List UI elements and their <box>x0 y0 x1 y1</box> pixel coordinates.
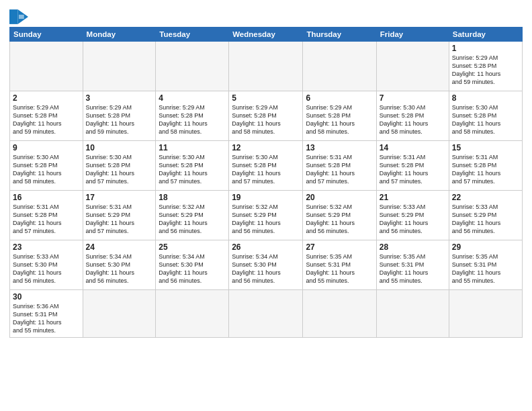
page: SundayMondayTuesdayWednesdayThursdayFrid… <box>0 0 532 411</box>
logo <box>9 9 31 24</box>
day-number: 12 <box>232 143 300 152</box>
day-number: 24 <box>86 242 153 252</box>
day-info: Sunrise: 5:35 AM Sunset: 5:31 PM Dayligh… <box>452 253 519 285</box>
header <box>9 7 523 24</box>
calendar-cell <box>156 42 229 91</box>
calendar-cell <box>83 42 156 91</box>
calendar-table: SundayMondayTuesdayWednesdayThursdayFrid… <box>9 27 523 338</box>
calendar-cell: 10Sunrise: 5:30 AM Sunset: 5:28 PM Dayli… <box>83 141 156 191</box>
day-number: 15 <box>452 143 519 152</box>
day-number: 30 <box>13 292 80 302</box>
calendar-cell: 25Sunrise: 5:34 AM Sunset: 5:30 PM Dayli… <box>156 240 229 290</box>
calendar-header-wednesday: Wednesday <box>229 28 303 42</box>
calendar-cell: 29Sunrise: 5:35 AM Sunset: 5:31 PM Dayli… <box>449 240 522 290</box>
calendar-cell: 22Sunrise: 5:33 AM Sunset: 5:29 PM Dayli… <box>449 191 522 240</box>
day-number: 19 <box>232 193 300 202</box>
day-number: 21 <box>380 193 446 202</box>
day-info: Sunrise: 5:32 AM Sunset: 5:29 PM Dayligh… <box>306 203 373 236</box>
calendar-cell: 11Sunrise: 5:30 AM Sunset: 5:28 PM Dayli… <box>156 141 229 191</box>
calendar-cell: 24Sunrise: 5:34 AM Sunset: 5:30 PM Dayli… <box>83 240 156 290</box>
day-info: Sunrise: 5:33 AM Sunset: 5:29 PM Dayligh… <box>380 203 446 236</box>
day-info: Sunrise: 5:31 AM Sunset: 5:28 PM Dayligh… <box>13 203 80 236</box>
day-info: Sunrise: 5:32 AM Sunset: 5:29 PM Dayligh… <box>159 203 226 236</box>
day-number: 20 <box>306 193 373 202</box>
day-number: 5 <box>232 93 300 103</box>
day-number: 16 <box>13 193 80 202</box>
day-info: Sunrise: 5:34 AM Sunset: 5:30 PM Dayligh… <box>86 253 153 285</box>
day-number: 26 <box>232 242 300 252</box>
day-number: 8 <box>452 93 519 103</box>
day-number: 28 <box>380 242 446 252</box>
day-number: 29 <box>452 242 519 252</box>
day-info: Sunrise: 5:29 AM Sunset: 5:28 PM Dayligh… <box>452 54 519 87</box>
calendar-cell: 3Sunrise: 5:29 AM Sunset: 5:28 PM Daylig… <box>83 91 156 141</box>
calendar-week-5: 23Sunrise: 5:33 AM Sunset: 5:30 PM Dayli… <box>10 240 523 290</box>
day-number: 25 <box>159 242 226 252</box>
calendar-week-4: 16Sunrise: 5:31 AM Sunset: 5:28 PM Dayli… <box>10 191 523 240</box>
day-info: Sunrise: 5:29 AM Sunset: 5:28 PM Dayligh… <box>306 103 373 136</box>
calendar-cell: 13Sunrise: 5:31 AM Sunset: 5:28 PM Dayli… <box>303 141 376 191</box>
calendar-cell: 17Sunrise: 5:31 AM Sunset: 5:29 PM Dayli… <box>83 191 156 240</box>
day-number: 7 <box>380 93 446 103</box>
calendar-week-3: 9Sunrise: 5:30 AM Sunset: 5:28 PM Daylig… <box>10 141 523 191</box>
calendar-cell: 5Sunrise: 5:29 AM Sunset: 5:28 PM Daylig… <box>229 91 303 141</box>
day-info: Sunrise: 5:32 AM Sunset: 5:29 PM Dayligh… <box>232 203 300 236</box>
day-number: 6 <box>306 93 373 103</box>
calendar-cell: 4Sunrise: 5:29 AM Sunset: 5:28 PM Daylig… <box>156 91 229 141</box>
calendar-cell <box>10 42 83 91</box>
calendar-cell: 8Sunrise: 5:30 AM Sunset: 5:28 PM Daylig… <box>449 91 522 141</box>
day-number: 13 <box>306 143 373 152</box>
calendar-header-thursday: Thursday <box>303 28 376 42</box>
calendar-cell: 12Sunrise: 5:30 AM Sunset: 5:28 PM Dayli… <box>229 141 303 191</box>
day-info: Sunrise: 5:35 AM Sunset: 5:31 PM Dayligh… <box>380 253 446 285</box>
day-info: Sunrise: 5:31 AM Sunset: 5:29 PM Dayligh… <box>86 203 153 236</box>
day-number: 18 <box>159 193 226 202</box>
calendar-cell: 28Sunrise: 5:35 AM Sunset: 5:31 PM Dayli… <box>376 240 449 290</box>
calendar-header-row: SundayMondayTuesdayWednesdayThursdayFrid… <box>10 28 523 42</box>
calendar-cell: 9Sunrise: 5:30 AM Sunset: 5:28 PM Daylig… <box>10 141 83 191</box>
calendar-cell: 23Sunrise: 5:33 AM Sunset: 5:30 PM Dayli… <box>10 240 83 290</box>
calendar-cell: 16Sunrise: 5:31 AM Sunset: 5:28 PM Dayli… <box>10 191 83 240</box>
calendar-header-saturday: Saturday <box>449 28 522 42</box>
calendar-cell: 15Sunrise: 5:31 AM Sunset: 5:28 PM Dayli… <box>449 141 522 191</box>
day-number: 11 <box>159 143 226 152</box>
day-number: 4 <box>159 93 226 103</box>
calendar-cell <box>229 42 303 91</box>
day-info: Sunrise: 5:31 AM Sunset: 5:28 PM Dayligh… <box>452 153 519 186</box>
day-number: 3 <box>86 93 153 103</box>
calendar-cell: 2Sunrise: 5:29 AM Sunset: 5:28 PM Daylig… <box>10 91 83 141</box>
day-number: 10 <box>86 143 153 152</box>
day-info: Sunrise: 5:29 AM Sunset: 5:28 PM Dayligh… <box>13 103 80 136</box>
calendar-week-2: 2Sunrise: 5:29 AM Sunset: 5:28 PM Daylig… <box>10 91 523 141</box>
calendar-cell: 14Sunrise: 5:31 AM Sunset: 5:28 PM Dayli… <box>376 141 449 191</box>
calendar-cell <box>229 290 303 338</box>
calendar-cell <box>376 42 449 91</box>
day-info: Sunrise: 5:35 AM Sunset: 5:31 PM Dayligh… <box>306 253 373 285</box>
day-info: Sunrise: 5:29 AM Sunset: 5:28 PM Dayligh… <box>159 103 226 136</box>
day-info: Sunrise: 5:36 AM Sunset: 5:31 PM Dayligh… <box>13 302 80 335</box>
day-number: 17 <box>86 193 153 202</box>
calendar-cell <box>449 290 522 338</box>
calendar-cell <box>303 42 376 91</box>
day-info: Sunrise: 5:34 AM Sunset: 5:30 PM Dayligh… <box>159 253 226 285</box>
calendar-cell: 18Sunrise: 5:32 AM Sunset: 5:29 PM Dayli… <box>156 191 229 240</box>
day-info: Sunrise: 5:30 AM Sunset: 5:28 PM Dayligh… <box>159 153 226 186</box>
calendar-cell: 26Sunrise: 5:34 AM Sunset: 5:30 PM Dayli… <box>229 240 303 290</box>
svg-rect-2 <box>19 15 24 19</box>
calendar-cell: 1Sunrise: 5:29 AM Sunset: 5:28 PM Daylig… <box>449 42 522 91</box>
calendar-week-1: 1Sunrise: 5:29 AM Sunset: 5:28 PM Daylig… <box>10 42 523 91</box>
day-number: 14 <box>380 143 446 152</box>
day-number: 1 <box>452 44 519 53</box>
calendar-cell <box>156 290 229 338</box>
day-info: Sunrise: 5:30 AM Sunset: 5:28 PM Dayligh… <box>380 103 446 136</box>
day-info: Sunrise: 5:34 AM Sunset: 5:30 PM Dayligh… <box>232 253 300 285</box>
day-info: Sunrise: 5:31 AM Sunset: 5:28 PM Dayligh… <box>380 153 446 186</box>
svg-rect-0 <box>9 9 17 24</box>
calendar-header-friday: Friday <box>376 28 449 42</box>
day-number: 23 <box>13 242 80 252</box>
day-info: Sunrise: 5:29 AM Sunset: 5:28 PM Dayligh… <box>86 103 153 136</box>
calendar-header-sunday: Sunday <box>10 28 83 42</box>
calendar-cell: 30Sunrise: 5:36 AM Sunset: 5:31 PM Dayli… <box>10 290 83 338</box>
day-number: 27 <box>306 242 373 252</box>
day-number: 2 <box>13 93 80 103</box>
